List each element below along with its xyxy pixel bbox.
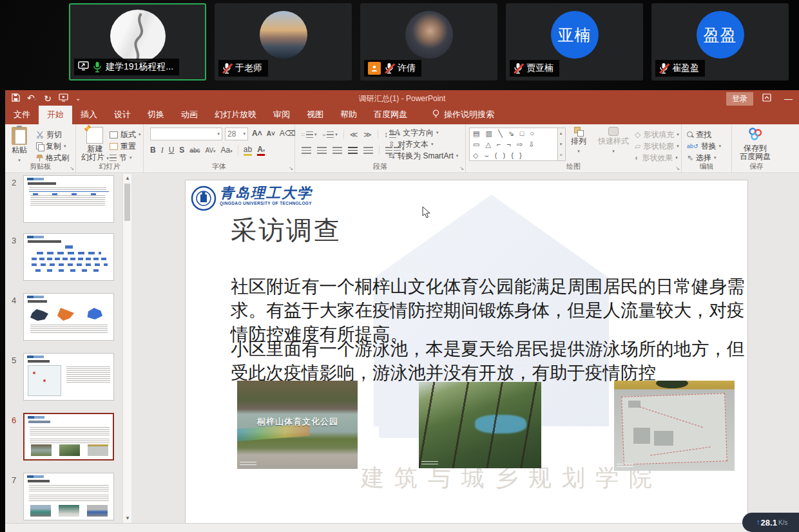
network-speed-value: 28.1 [761, 518, 777, 527]
font-grow-shrink[interactable]: A˄A˅A⌫ [252, 128, 296, 139]
slide-thumbnail-2[interactable] [23, 175, 114, 223]
photo-park-map[interactable] [614, 381, 735, 471]
redo-icon[interactable]: ↻ [44, 94, 52, 103]
slide-paragraph-1[interactable]: 社区附近有一个桐梓山文化体育公园能满足周围居民的日常健身需求。有益于大家在疫情防… [231, 274, 747, 346]
change-case-button[interactable]: Aa▾ [221, 146, 233, 155]
align-text-button[interactable]: ⇳ 对齐文本▾ [389, 138, 434, 150]
university-logo: 青岛理工大学 QINGDAO UNIVERSITY OF TECHNOLOGY [191, 185, 313, 211]
slide-thumbnail-3[interactable] [23, 233, 114, 281]
tab-review[interactable]: 审阅 [265, 106, 298, 124]
participant-tile[interactable]: 亚楠 贾亚楠 [506, 3, 643, 81]
slide-paragraph-2[interactable]: 小区里面有一个游泳池，本是夏天给居民提供游泳场所的地方，但受此次疫情影响，游泳池… [231, 337, 747, 385]
justify-icon[interactable] [348, 147, 358, 154]
text-direction-button[interactable]: ⇅A 文字方向▾ [389, 127, 439, 138]
arrange-button[interactable]: 排列▾ [571, 127, 586, 155]
undo-icon[interactable]: ↶▾ [27, 93, 37, 104]
participant-tile[interactable]: 于老师 [215, 3, 352, 81]
paste-button[interactable]: 粘贴▾ [12, 127, 27, 164]
slide-number[interactable]: 5 [12, 356, 16, 365]
align-left-icon[interactable] [302, 147, 311, 154]
dialog-launcher-icon[interactable]: ↘ [459, 166, 464, 171]
slide-number[interactable]: 2 [12, 178, 16, 187]
clear-format-icon[interactable]: A⌫ [280, 129, 296, 138]
align-right-icon[interactable] [332, 147, 342, 154]
tab-design[interactable]: 设计 [106, 106, 139, 124]
slide-title[interactable]: 采访调查 [231, 213, 342, 248]
powerpoint-window: ↶▾ ↻ ⌄ 调研汇总(1) - PowerPoint 登录 — 文件 开始 插… [5, 90, 799, 532]
participant-name: 许倩 [398, 62, 416, 74]
quick-styles-button[interactable]: 快速样式▾ [598, 127, 629, 155]
photo-park-sign[interactable]: 桐梓山体育文化公园 [237, 381, 358, 469]
tab-view[interactable]: 视图 [298, 106, 332, 124]
copy-button[interactable]: 复制▾ [36, 140, 66, 152]
scrollbar-thumb[interactable] [124, 184, 130, 221]
shape-fill-button[interactable]: ◇ 形状填充▾ [635, 129, 679, 140]
numbering-button[interactable]: ¹²▾ [323, 131, 338, 138]
replace-button[interactable]: ab↺ 替换▾ [687, 140, 721, 152]
slide-number[interactable]: 7 [12, 475, 16, 485]
mic-muted-icon [222, 62, 231, 74]
participant-tile[interactable]: 盈盈 崔盈盈 [651, 3, 789, 81]
layout-button[interactable]: 版式▾ [110, 129, 141, 140]
dialog-launcher-icon[interactable]: ↘ [289, 166, 293, 171]
increase-indent-icon[interactable]: ≫ [363, 130, 372, 139]
slide-number[interactable]: 4 [12, 296, 16, 305]
new-slide-button[interactable]: 新建 幻灯片 ▾ [81, 127, 109, 162]
tab-animations[interactable]: 动画 [173, 106, 206, 124]
reset-button[interactable]: 重置 [110, 140, 136, 152]
smartart-button[interactable]: ⇆ 转换为 SmartArt▾ [389, 150, 458, 162]
tab-insert[interactable]: 插入 [72, 106, 106, 124]
customize-qat-icon[interactable]: ⌄ [75, 94, 81, 103]
slide-canvas[interactable]: 建筑与城乡规划学院 青岛理工大学 QINGDAO UNIVERSITY OF T… [186, 180, 747, 523]
bullets-button[interactable]: ∷▾ [302, 131, 317, 138]
start-slideshow-icon[interactable] [59, 93, 68, 104]
shape-outline-button[interactable]: ▱ 形状轮廓▾ [635, 140, 679, 152]
dialog-launcher-icon[interactable]: ↘ [675, 166, 680, 171]
bold-button[interactable]: B [150, 146, 156, 155]
find-button[interactable]: 查找 [687, 129, 711, 140]
font-size-select[interactable]: 28▾ [225, 128, 248, 140]
highlight-button[interactable]: ab [244, 145, 252, 156]
tab-file[interactable]: 文件 [5, 106, 39, 124]
font-color-button[interactable]: A▾ [257, 145, 265, 156]
text-shadow-button[interactable]: S [179, 146, 184, 155]
tab-transitions[interactable]: 切换 [139, 106, 173, 124]
tab-home[interactable]: 开始 [39, 106, 72, 124]
slide-thumbnail-4[interactable] [23, 293, 114, 341]
slide-number[interactable]: 3 [12, 236, 16, 245]
slide-number-selected[interactable]: 6 [12, 415, 16, 425]
shapes-gallery-scroll[interactable]: ▴▾≡ [557, 128, 566, 161]
quick-access-toolbar: ↶▾ ↻ ⌄ [5, 93, 81, 104]
save-icon[interactable] [12, 93, 20, 104]
participant-tile[interactable]: 许倩 [360, 3, 497, 81]
thumbnail-scrollbar[interactable]: ▲ ▼ [122, 174, 131, 523]
distribute-icon[interactable] [363, 147, 373, 154]
sign-in-button[interactable]: 登录 [726, 92, 753, 106]
dialog-launcher-icon[interactable]: ↘ [70, 166, 74, 171]
font-name-select[interactable]: ▾ [150, 128, 222, 140]
strikethrough-button[interactable]: abc [189, 147, 200, 154]
tab-help[interactable]: 帮助 [332, 106, 365, 124]
participant-tile[interactable]: 建学191杨程程... [69, 3, 206, 81]
slide-thumbnail-7[interactable] [23, 473, 114, 520]
tell-me-box[interactable]: 操作说明搜索 [432, 109, 494, 124]
slide-thumbnail-5[interactable] [23, 353, 114, 401]
arrange-icon [574, 127, 583, 136]
char-spacing-button[interactable]: AV▾ [205, 147, 215, 154]
italic-button[interactable]: I [161, 146, 164, 155]
save-to-netdisk-button[interactable]: 保存到百度网盘 [740, 127, 771, 161]
tab-slideshow[interactable]: 幻灯片放映 [206, 106, 265, 124]
tab-baidu-netdisk[interactable]: 百度网盘 [365, 106, 416, 124]
slide-thumbnail-6-selected[interactable] [23, 413, 114, 461]
network-speed-indicator[interactable]: ↑ 28.1 K/s [742, 513, 799, 532]
ribbon-display-options-icon[interactable] [762, 93, 771, 104]
shapes-gallery[interactable]: ▤ ▥ ╲ ⇘ □ ○ ▭ △ ⌐ ¬ ⇨ ⇩ ◇ ⌣ ( ) { } ▴▾≡ [469, 128, 566, 161]
underline-button[interactable]: U [169, 146, 175, 155]
scroll-down-icon[interactable]: ▼ [123, 514, 132, 523]
minimize-button[interactable]: — [780, 94, 796, 104]
photo-trees-pool[interactable] [419, 382, 541, 468]
align-center-icon[interactable] [317, 147, 327, 154]
cut-button[interactable]: 剪切 [36, 129, 62, 140]
decrease-indent-icon[interactable]: ≪ [350, 130, 358, 139]
scroll-up-icon[interactable]: ▲ [123, 174, 132, 183]
